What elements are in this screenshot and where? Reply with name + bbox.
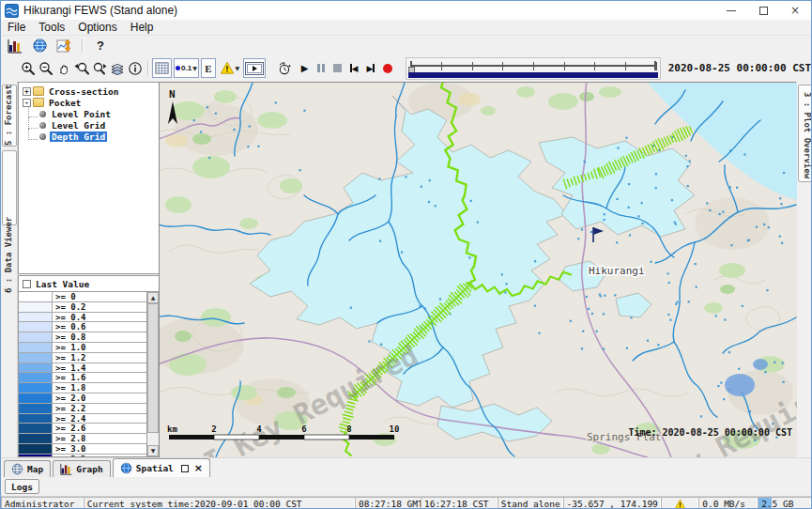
info-icon[interactable] [127,58,145,78]
minimize-button[interactable] [715,1,747,20]
tree-item-level-grid[interactable]: Level Grid [21,119,159,131]
app-logo-icon [5,4,19,18]
close-icon: × [790,6,800,15]
last-value-checkbox[interactable] [23,280,31,288]
tree-item-level-point[interactable]: Level Point [21,108,159,119]
svg-text:10: 10 [390,424,400,434]
legend-row[interactable]: >= 0.6 [19,322,146,332]
current-datetime-label: 2020-08-25 00:00:00 CST [668,62,811,74]
tab-graph[interactable]: Graph [53,460,111,477]
scrollbar-thumb[interactable] [147,303,159,433]
legend-label: >= 1.2 [53,353,86,362]
zoom-previous-icon[interactable] [73,58,91,78]
last-value-label: Last Value [36,279,89,289]
legend-label: >= 2.8 [53,434,86,443]
legend-row[interactable]: >= 1.0 [19,343,146,353]
zoom-in-icon[interactable] [20,58,38,78]
tab-plot-overview[interactable]: 3 : Plot Overview [798,85,812,182]
help-button[interactable]: ? [91,38,110,54]
status-local-time: 16:27:18 CST [421,497,498,509]
globe-icon [120,462,132,474]
globe-map-icon[interactable] [30,38,49,54]
pause-button[interactable] [317,64,325,72]
legend-swatch [19,424,53,433]
skip-to-start-button[interactable]: ◀ [350,64,359,73]
legend-row[interactable]: >= 2.8 [19,434,146,444]
tree-item-depth-grid[interactable]: Depth Grid [21,131,159,142]
globe-icon [11,463,23,475]
legend-rows: >= 0>= 0.2>= 0.4>= 0.6>= 0.8>= 1.0>= 1.2… [19,292,146,456]
tab-data-viewer[interactable]: 6 : Data Viewer [2,150,17,225]
scroll-down-button[interactable]: ▼ [147,445,159,456]
legend-row[interactable]: >= 0.4 [19,313,146,323]
maximize-pane-icon[interactable] [181,465,189,472]
pan-hand-icon[interactable] [55,58,73,78]
status-warning[interactable] [661,497,698,509]
legend-toggle-button[interactable]: E [201,58,216,78]
time-slider[interactable] [406,57,660,80]
legend-label: >= 1.4 [53,363,86,373]
maximize-button[interactable] [747,1,779,20]
menu-file[interactable]: File [1,21,32,34]
legend-swatch [19,404,53,413]
legend-swatch [19,434,53,443]
logs-button[interactable]: Logs [5,479,39,494]
tree-expander-icon[interactable]: + [23,87,31,96]
legend-row[interactable]: >= 2.4 [19,414,146,424]
chevron-down-icon: ▼ [192,65,197,71]
legend-row[interactable]: >= 0 [19,292,146,302]
record-button[interactable] [383,64,392,73]
tree-item-cross-section[interactable]: +Cross-section [21,85,159,97]
legend-panel: Last Value >= 0>= 0.2>= 0.4>= 0.6>= 0.8>… [18,275,160,457]
menu-help[interactable]: Help [124,21,161,34]
tab-spatial[interactable]: Spatial × [113,458,210,477]
time-settings-icon[interactable] [276,58,294,78]
skip-to-end-button[interactable]: ▶ [366,64,375,73]
legend-row[interactable]: >= 1.2 [19,353,146,363]
legend-swatch [19,302,53,312]
tab-map[interactable]: Map [4,460,51,477]
class-threshold-dropdown[interactable]: 0.1 ▼ [174,58,199,78]
minimize-icon [727,10,736,11]
zoom-next-icon[interactable] [91,58,109,78]
svg-text:6: 6 [301,424,306,434]
scroll-up-button[interactable]: ▲ [147,292,159,303]
legend-row[interactable]: >= 3.2 [19,455,146,456]
tab-forecast[interactable]: 5 : Forecast [2,85,17,147]
map-toolbar: 0.1 ▼ E ▼ ▶ ◀ ▶ [1,54,811,82]
explorer-bars-icon[interactable] [6,38,24,54]
main-toolbar: ? [1,37,811,54]
legend-row[interactable]: >= 2.2 [19,404,146,414]
grid-toggle-button[interactable] [152,58,172,78]
legend-label: >= 1.0 [53,343,86,352]
menu-tools[interactable]: Tools [32,21,71,34]
legend-label: >= 0 [53,292,76,301]
stop-button[interactable] [333,64,342,72]
legend-row[interactable]: >= 1.8 [19,383,146,393]
layers-icon[interactable] [109,58,127,78]
legend-swatch [19,414,53,424]
legend-label: >= 0.2 [53,302,86,312]
zoom-out-icon[interactable] [38,58,55,78]
legend-row[interactable]: >= 2.0 [19,393,146,404]
play-button[interactable]: ▶ [301,63,309,73]
menu-options[interactable]: Options [71,21,123,34]
legend-row[interactable]: >= 0.2 [19,302,146,313]
timeseries-chart-icon[interactable] [54,38,73,54]
legend-row[interactable]: >= 1.6 [19,373,146,383]
animation-movie-button[interactable] [243,58,266,78]
bottom-tab-bar: Map Graph Spatial × [1,457,811,477]
warnings-dropdown[interactable]: ▼ [218,58,242,78]
legend-row[interactable]: >= 2.6 [19,424,146,434]
legend-swatch [19,322,53,332]
map-canvas[interactable]: API Key Required API Key Required Hikura… [160,83,797,458]
close-pane-icon[interactable]: × [194,462,203,474]
legend-row[interactable]: >= 0.8 [19,332,146,343]
legend-label: >= 2.6 [53,424,86,433]
tree-item-pocket[interactable]: -Pocket [21,97,159,108]
close-button[interactable]: × [779,1,811,20]
legend-row[interactable]: >= 3.0 [19,444,146,455]
status-user: Administrator [1,497,84,509]
legend-row[interactable]: >= 1.4 [19,363,146,374]
legend-scrollbar[interactable]: ▲ ▼ [146,292,159,456]
